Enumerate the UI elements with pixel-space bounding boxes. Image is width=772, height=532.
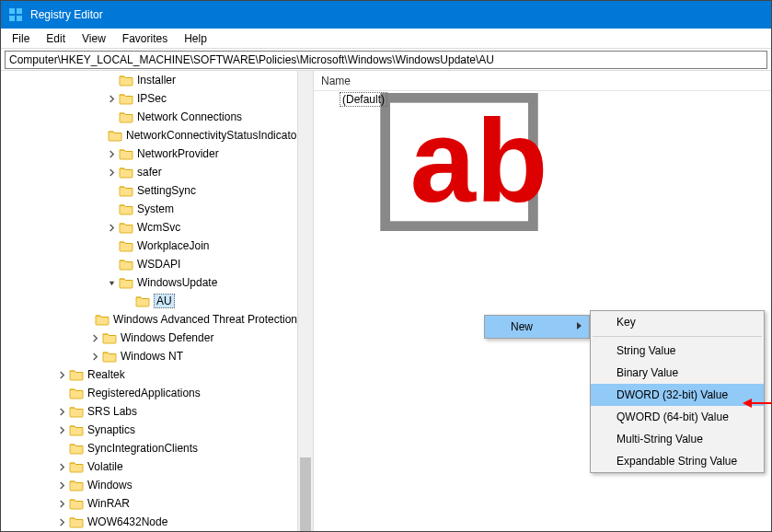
folder-icon — [69, 368, 84, 381]
folder-icon — [119, 276, 133, 289]
expand-icon[interactable] — [56, 461, 67, 472]
tree-item[interactable]: WorkplaceJoin — [1, 237, 297, 255]
folder-icon — [119, 110, 133, 123]
menubar: File Edit View Favorites Help — [1, 29, 771, 49]
context-item-key[interactable]: Key — [591, 311, 764, 333]
tree-item-label: SyncIntegrationClients — [87, 442, 198, 455]
folder-icon — [119, 221, 133, 234]
expand-icon[interactable] — [56, 516, 67, 527]
tree-item-label: safer — [137, 166, 162, 179]
tree-item[interactable]: WcmSvc — [1, 218, 297, 237]
collapse-icon[interactable] — [106, 277, 117, 288]
app-icon — [8, 7, 23, 22]
tree-pane: InstallerIPSecNetwork ConnectionsNetwork… — [1, 71, 314, 531]
folder-icon — [69, 479, 84, 492]
tree-item[interactable]: WinRAR — [1, 494, 297, 513]
folder-icon — [119, 202, 133, 215]
tree-item-label: NetworkProvider — [137, 147, 219, 160]
tree-item-label: SRS Labs — [87, 405, 137, 418]
value-name-label: (Default) — [340, 92, 387, 107]
folder-icon — [69, 515, 84, 528]
context-separator — [593, 336, 762, 337]
tree-item[interactable]: System — [1, 200, 297, 218]
tree-item-label: IPSec — [137, 92, 167, 105]
tree-item[interactable]: NetworkConnectivityStatusIndicator — [1, 126, 297, 145]
context-item-label: New — [511, 320, 533, 333]
tree-item[interactable]: AU — [1, 292, 297, 310]
context-item-binary[interactable]: Binary Value — [591, 362, 764, 384]
menu-help[interactable]: Help — [177, 30, 214, 47]
folder-icon — [69, 405, 84, 418]
folder-icon — [108, 129, 122, 142]
scrollbar-thumb[interactable] — [300, 457, 311, 531]
tree-item[interactable]: WSDAPI — [1, 255, 297, 273]
menu-edit[interactable]: Edit — [39, 30, 73, 47]
tree-item[interactable]: IPSec — [1, 89, 297, 108]
tree-scrollbar[interactable] — [297, 71, 313, 531]
tree-item-label: WOW6432Node — [87, 515, 167, 528]
value-row-default[interactable]: (Default) — [314, 91, 771, 108]
context-item-expandstring[interactable]: Expandable String Value — [591, 450, 764, 472]
context-item-qword[interactable]: QWORD (64-bit) Value — [591, 406, 764, 428]
folder-icon — [69, 423, 84, 436]
tree-item[interactable]: WOW6432Node — [1, 513, 297, 531]
folder-icon — [119, 92, 133, 105]
folder-icon — [119, 258, 133, 271]
tree-item[interactable]: SyncIntegrationClients — [1, 439, 297, 457]
context-item-string[interactable]: String Value — [591, 340, 764, 362]
tree-item-label: Windows Defender — [121, 331, 213, 344]
tree-item[interactable]: safer — [1, 163, 297, 181]
tree-item-label: WinRAR — [87, 497, 130, 510]
context-menu: New — [484, 315, 590, 339]
tree-view[interactable]: InstallerIPSecNetwork ConnectionsNetwork… — [1, 71, 297, 531]
menu-favorites[interactable]: Favorites — [115, 30, 175, 47]
submenu-arrow-icon — [576, 320, 583, 333]
column-name[interactable]: Name — [321, 75, 351, 87]
tree-item[interactable]: Windows Defender — [1, 329, 297, 347]
folder-icon — [119, 74, 133, 87]
tree-item[interactable]: WindowsUpdate — [1, 273, 297, 292]
annotation-arrow-icon — [743, 397, 772, 412]
expand-icon[interactable] — [89, 351, 100, 362]
expand-icon[interactable] — [56, 369, 67, 380]
tree-item[interactable]: SettingSync — [1, 181, 297, 200]
menu-view[interactable]: View — [75, 30, 113, 47]
tree-item[interactable]: SRS Labs — [1, 402, 297, 421]
expand-icon[interactable] — [106, 222, 117, 233]
tree-item[interactable]: Network Connections — [1, 108, 297, 126]
address-input[interactable] — [5, 51, 767, 69]
context-item-dword[interactable]: DWORD (32-bit) Value — [591, 384, 764, 406]
tree-item-label: Realtek — [87, 368, 125, 381]
tree-item[interactable]: NetworkProvider — [1, 145, 297, 163]
tree-item[interactable]: RegisteredApplications — [1, 384, 297, 402]
tree-item[interactable]: Installer — [1, 71, 297, 89]
values-header[interactable]: Name — [314, 71, 771, 91]
tree-item[interactable]: Realtek — [1, 365, 297, 384]
expand-icon[interactable] — [56, 498, 67, 509]
string-value-icon — [321, 93, 336, 106]
expand-icon[interactable] — [106, 148, 117, 159]
expand-icon[interactable] — [56, 480, 67, 491]
tree-item[interactable]: Windows NT — [1, 347, 297, 365]
folder-icon — [69, 497, 84, 510]
tree-item[interactable]: Volatile — [1, 457, 297, 476]
expand-icon[interactable] — [56, 424, 67, 435]
expand-icon[interactable] — [106, 167, 117, 178]
tree-item-label: Network Connections — [137, 110, 242, 123]
context-submenu-new: Key String Value Binary Value DWORD (32-… — [590, 310, 765, 473]
expand-icon[interactable] — [56, 406, 67, 417]
tree-item[interactable]: Windows — [1, 476, 297, 494]
context-item-new[interactable]: New — [485, 316, 589, 338]
folder-icon — [69, 387, 84, 399]
tree-item[interactable]: Windows Advanced Threat Protection — [1, 310, 297, 329]
tree-item-label: WcmSvc — [137, 221, 180, 234]
expand-icon[interactable] — [106, 93, 117, 104]
context-item-multistring[interactable]: Multi-String Value — [591, 428, 764, 450]
tree-item-label: WorkplaceJoin — [137, 239, 209, 252]
expand-icon[interactable] — [89, 332, 100, 343]
menu-file[interactable]: File — [5, 30, 37, 47]
tree-item-label: Windows NT — [121, 350, 183, 363]
tree-item-label: RegisteredApplications — [87, 387, 201, 399]
titlebar[interactable]: Registry Editor — [1, 1, 771, 29]
tree-item[interactable]: Synaptics — [1, 421, 297, 439]
